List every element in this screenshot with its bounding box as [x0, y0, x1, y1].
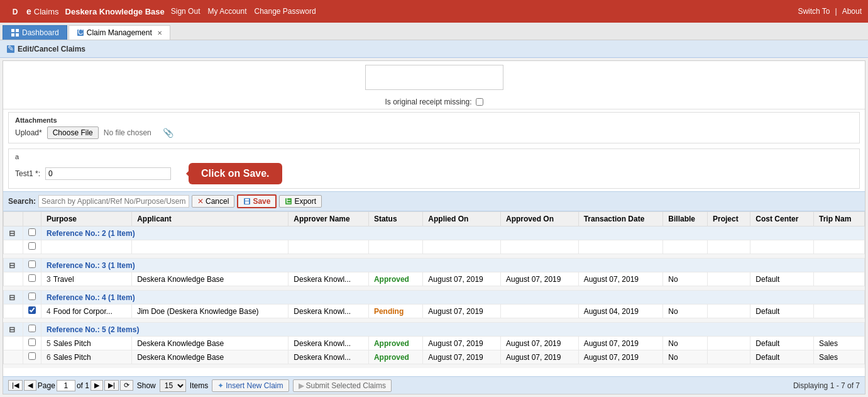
header: D e Claims Deskera Knowledge Base Sign O…	[0, 0, 868, 23]
close-tab-icon[interactable]: ✕	[157, 30, 162, 36]
group-label: Reference No.: 5 (2 Items)	[41, 323, 865, 337]
displaying-text: Displaying 1 - 7 of 7	[793, 381, 860, 390]
row-transaction-date: August 07, 2019	[578, 350, 663, 364]
page-number-input[interactable]	[57, 380, 75, 391]
table-row	[4, 240, 865, 254]
row-approved-on	[501, 240, 579, 254]
row-checkbox-cell[interactable]	[23, 350, 41, 364]
svg-rect-4	[11, 33, 14, 36]
col-project[interactable]: Project	[707, 212, 750, 226]
next-page-button[interactable]: ▶	[91, 380, 103, 391]
submit-icon: ▶	[299, 381, 304, 390]
company-name: Deskera Knowledge Base	[65, 7, 165, 16]
sign-out-link[interactable]: Sign Out	[171, 7, 201, 16]
group-checkbox[interactable]	[28, 228, 36, 236]
col-approver[interactable]: Approver Name	[288, 212, 369, 226]
change-password-link[interactable]: Change Password	[255, 7, 316, 16]
about-link[interactable]: About	[842, 7, 862, 16]
row-checkbox-cell[interactable]	[23, 240, 41, 254]
receipt-checkbox[interactable]	[476, 98, 483, 106]
save-button[interactable]: Save	[237, 194, 277, 208]
my-account-link[interactable]: My Account	[207, 7, 246, 16]
cancel-icon: ✕	[197, 197, 204, 206]
expand-cell[interactable]: ⊟	[4, 323, 23, 337]
last-page-button[interactable]: ▶|	[104, 380, 119, 391]
group-checkbox[interactable]	[28, 325, 36, 332]
col-billable[interactable]: Billable	[663, 212, 708, 226]
row-checkbox-cell[interactable]	[23, 272, 41, 286]
refresh-button[interactable]: ⟳	[120, 380, 133, 391]
row-project	[707, 305, 750, 318]
submit-selected-claims-button[interactable]: ▶ Submit Selected Claims	[293, 379, 392, 392]
test1-input[interactable]	[45, 167, 171, 180]
page-label: Page	[38, 381, 55, 390]
expand-cell[interactable]: ⊟	[4, 259, 23, 272]
row-billable: No	[663, 305, 708, 318]
footer: |◀ ◀ Page of 1 ▶ ▶| ⟳ Show 15 25 50 Item…	[3, 376, 865, 394]
col-applicant[interactable]: Applicant	[132, 212, 288, 226]
col-trip-name[interactable]: Trip Nam	[813, 212, 864, 226]
export-button[interactable]: E Export	[279, 195, 322, 208]
col-status[interactable]: Status	[368, 212, 422, 226]
group-checkbox-cell[interactable]	[23, 226, 41, 240]
notes-textarea[interactable]	[365, 65, 503, 90]
col-cost-center[interactable]: Cost Center	[750, 212, 814, 226]
svg-text:D: D	[13, 8, 18, 16]
row-checkbox[interactable]	[28, 242, 36, 250]
choose-file-button[interactable]: Choose File	[47, 126, 99, 139]
tooltip-bubble: Click on Save.	[189, 163, 282, 184]
table-row: 3Travel Deskera Knowledge Base Deskera K…	[4, 272, 865, 286]
show-select[interactable]: 15 25 50	[160, 379, 186, 392]
header-links[interactable]: Sign Out My Account Change Password	[171, 7, 316, 16]
save-icon	[243, 198, 251, 205]
group-checkbox-cell[interactable]	[23, 259, 41, 272]
switch-to-link[interactable]: Switch To	[798, 7, 830, 16]
row-checkbox[interactable]	[28, 338, 36, 346]
row-billable: No	[663, 337, 708, 350]
row-billable: No	[663, 272, 708, 286]
row-trip-name: Sales	[813, 350, 864, 364]
svg-rect-5	[16, 33, 19, 36]
row-expand-cell	[4, 305, 23, 318]
row-checkbox[interactable]	[28, 352, 36, 360]
attachments-title: Attachments	[15, 116, 853, 124]
row-cost-center	[750, 240, 814, 254]
svg-text:C: C	[77, 29, 83, 36]
row-expand-cell	[4, 240, 23, 254]
row-checkbox-cell[interactable]	[23, 337, 41, 350]
row-status: Approved	[368, 350, 422, 364]
insert-new-claim-button[interactable]: ✦ Insert New Claim	[212, 379, 288, 392]
row-checkbox[interactable]	[28, 274, 36, 282]
col-purpose[interactable]: Purpose	[41, 212, 132, 226]
row-expand-cell	[4, 272, 23, 286]
upload-row: Upload* Choose File No file chosen 📎	[15, 126, 853, 139]
row-cost-center: Default	[750, 337, 814, 350]
row-applied-on: August 07, 2019	[423, 272, 501, 286]
logo-text: e	[26, 6, 31, 16]
first-page-button[interactable]: |◀	[8, 380, 23, 391]
group-checkbox[interactable]	[28, 260, 36, 268]
group-checkbox-cell[interactable]	[23, 291, 41, 305]
prev-page-button[interactable]: ◀	[24, 380, 36, 391]
col-transaction-date[interactable]: Transaction Date	[578, 212, 663, 226]
search-input[interactable]	[38, 195, 189, 208]
row-approver: Deskera Knowl...	[288, 272, 369, 286]
row-checkbox[interactable]	[28, 306, 36, 314]
row-num-purpose: 6Sales Pitch	[41, 350, 132, 364]
tab-claim-management[interactable]: C Claim Management ✕	[69, 25, 170, 40]
expand-cell[interactable]: ⊟	[4, 291, 23, 305]
row-transaction-date	[578, 240, 663, 254]
tab-dashboard[interactable]: Dashboard	[3, 25, 67, 40]
group-checkbox-cell[interactable]	[23, 323, 41, 337]
expand-cell[interactable]: ⊟	[4, 226, 23, 240]
row-status: Approved	[368, 272, 422, 286]
search-bar: Search: ✕ Cancel Save E Export	[3, 191, 865, 211]
col-applied-on[interactable]: Applied On	[423, 212, 501, 226]
row-approved-on: August 07, 2019	[501, 350, 579, 364]
row-checkbox-cell[interactable]	[23, 305, 41, 318]
group-checkbox[interactable]	[28, 293, 36, 300]
cancel-button[interactable]: ✕ Cancel	[192, 195, 234, 208]
row-applicant: Jim Doe (Deskera Knowledge Base)	[132, 305, 288, 318]
col-approved-on[interactable]: Approved On	[501, 212, 579, 226]
table-group-row: ⊟ Reference No.: 2 (1 Item)	[4, 226, 865, 240]
